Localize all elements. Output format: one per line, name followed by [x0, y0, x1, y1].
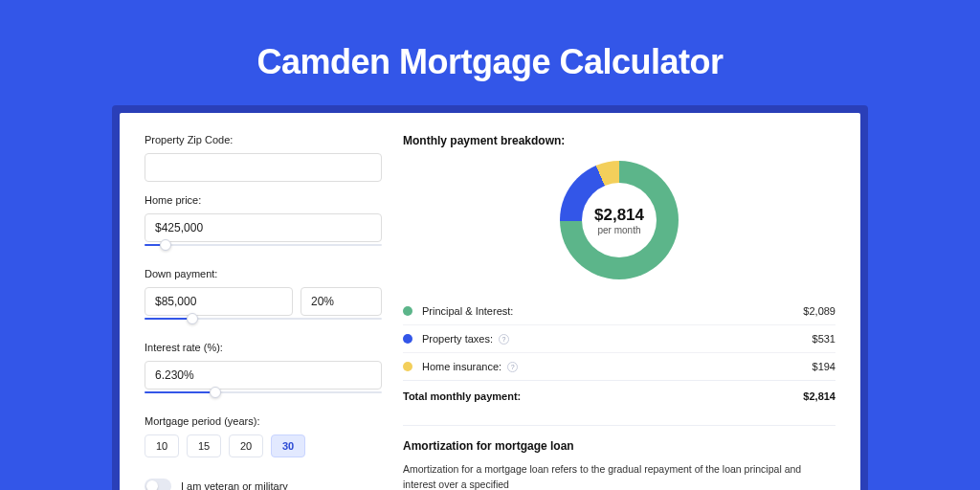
page-title: Camden Mortgage Calculator — [0, 0, 980, 105]
legend-value: $194 — [813, 361, 835, 372]
down-payment-amount-input[interactable] — [145, 287, 293, 316]
interest-slider[interactable] — [145, 391, 382, 403]
legend-name: Principal & Interest: — [422, 305, 803, 317]
home-price-group: Home price: — [145, 194, 382, 256]
legend-name: Home insurance: ? — [422, 361, 813, 372]
interest-input[interactable] — [145, 361, 382, 390]
calculator-panel: Property Zip Code: Home price: Down paym… — [120, 113, 860, 490]
home-price-label: Home price: — [145, 194, 382, 206]
inputs-column: Property Zip Code: Home price: Down paym… — [145, 134, 382, 490]
legend-row-insurance: Home insurance: ? $194 — [403, 352, 835, 380]
zip-label: Property Zip Code: — [145, 134, 382, 145]
total-label: Total monthly payment: — [403, 390, 803, 402]
interest-group: Interest rate (%): — [145, 342, 382, 403]
donut-chart-wrap: $2,814 per month — [403, 161, 835, 279]
legend-value: $2,089 — [803, 305, 835, 317]
zip-group: Property Zip Code: — [145, 134, 382, 182]
breakdown-title: Monthly payment breakdown: — [403, 134, 835, 147]
amortization-text: Amortization for a mortgage loan refers … — [403, 462, 835, 490]
period-label: Mortgage period (years): — [145, 415, 382, 427]
breakdown-column: Monthly payment breakdown: $2,814 per mo… — [403, 134, 835, 490]
period-options: 10 15 20 30 — [145, 434, 382, 457]
donut-chart: $2,814 per month — [560, 161, 679, 279]
info-icon[interactable]: ? — [499, 334, 509, 345]
donut-center: $2,814 per month — [594, 206, 644, 235]
period-option-30[interactable]: 30 — [271, 434, 305, 457]
amortization-section: Amortization for mortgage loan Amortizat… — [403, 425, 835, 490]
total-value: $2,814 — [803, 390, 835, 402]
dot-icon — [403, 334, 412, 344]
down-payment-pct-input[interactable] — [301, 287, 382, 316]
period-option-15[interactable]: 15 — [187, 434, 221, 457]
home-price-input[interactable] — [145, 213, 382, 242]
legend-value: $531 — [813, 333, 835, 345]
info-icon[interactable]: ? — [507, 362, 518, 372]
veteran-label: I am veteran or military — [181, 480, 288, 490]
zip-input[interactable] — [145, 153, 382, 182]
legend-name: Property taxes: ? — [422, 333, 813, 345]
down-payment-group: Down payment: — [145, 268, 382, 329]
legend-row-principal: Principal & Interest: $2,089 — [403, 297, 835, 324]
legend-row-taxes: Property taxes: ? $531 — [403, 324, 835, 352]
down-payment-slider[interactable] — [145, 318, 382, 329]
down-payment-label: Down payment: — [145, 268, 382, 279]
period-group: Mortgage period (years): 10 15 20 30 — [145, 415, 382, 457]
legend-name-text: Property taxes: — [422, 333, 493, 345]
veteran-row: I am veteran or military — [145, 479, 382, 490]
interest-label: Interest rate (%): — [145, 342, 382, 353]
dot-icon — [403, 306, 412, 316]
total-row: Total monthly payment: $2,814 — [403, 380, 835, 412]
home-price-slider[interactable] — [145, 244, 382, 256]
period-option-10[interactable]: 10 — [145, 434, 179, 457]
calculator-frame: Property Zip Code: Home price: Down paym… — [112, 105, 868, 490]
amortization-title: Amortization for mortgage loan — [403, 439, 835, 453]
donut-sub: per month — [594, 225, 644, 235]
dot-icon — [403, 362, 412, 371]
donut-value: $2,814 — [594, 206, 644, 225]
veteran-toggle[interactable] — [145, 479, 171, 490]
legend-name-text: Principal & Interest: — [422, 305, 513, 317]
period-option-20[interactable]: 20 — [229, 434, 263, 457]
legend-name-text: Home insurance: — [422, 361, 501, 372]
